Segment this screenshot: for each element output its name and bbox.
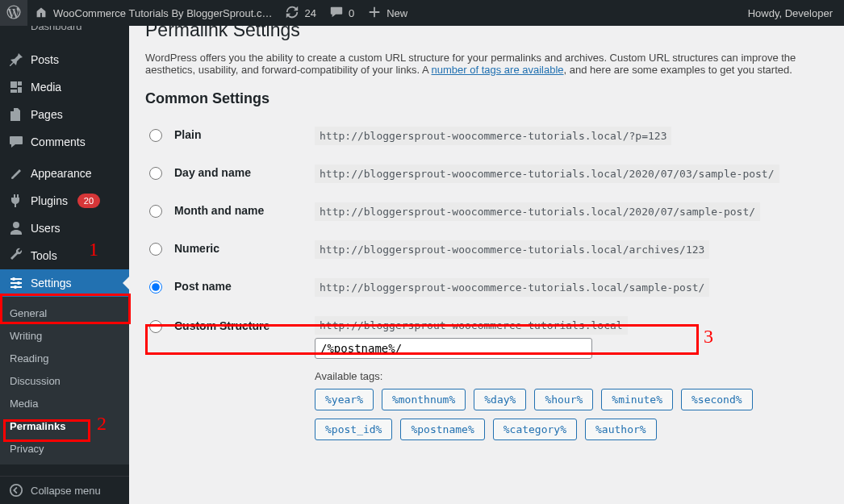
- media-icon: [8, 79, 24, 95]
- option-label: Day and name: [174, 166, 251, 179]
- site-home-link[interactable]: WooCommerce Tutorials By BloggerSprout.c…: [27, 0, 278, 26]
- updates-link[interactable]: 24: [278, 0, 322, 26]
- tag-day[interactable]: %day%: [474, 389, 526, 410]
- radio-post-name[interactable]: [149, 281, 162, 294]
- tag-hour[interactable]: %hour%: [534, 389, 593, 410]
- home-icon: [34, 5, 48, 22]
- comments-count: 0: [349, 7, 354, 19]
- tag-category[interactable]: %category%: [493, 419, 577, 440]
- page-title: Permalink Settings: [145, 26, 828, 41]
- radio-numeric[interactable]: [149, 243, 162, 256]
- plugin-icon: [8, 193, 24, 209]
- sidebar-item-label: Posts: [31, 53, 59, 66]
- option-custom-structure: Custom Structure http://bloggersprout-wo…: [145, 306, 828, 450]
- tag-year[interactable]: %year%: [315, 389, 374, 410]
- tag-monthnum[interactable]: %monthnum%: [382, 389, 466, 410]
- plugins-update-badge: 20: [77, 194, 100, 208]
- site-title: WooCommerce Tutorials By BloggerSprout.c…: [53, 7, 272, 19]
- update-icon: [285, 5, 299, 22]
- comment-icon: [8, 134, 24, 150]
- subitem-media[interactable]: Media: [0, 392, 129, 414]
- svg-point-2: [14, 285, 17, 289]
- tag-postname[interactable]: %postname%: [400, 419, 484, 440]
- svg-point-1: [17, 281, 20, 285]
- subitem-general[interactable]: General: [0, 302, 129, 324]
- sidebar-item-posts[interactable]: Posts: [0, 46, 129, 73]
- sample-url: http://bloggersprout-woocommerce-tutoria…: [315, 240, 709, 259]
- option-plain: Plain http://bloggersprout-woocommerce-t…: [145, 117, 828, 155]
- wrench-icon: [8, 248, 24, 264]
- comment-icon: [329, 5, 344, 22]
- sidebar-item-tools[interactable]: Tools: [0, 242, 129, 269]
- page-icon: [8, 106, 24, 123]
- sidebar-item-media[interactable]: Media: [0, 73, 129, 101]
- sidebar-item-label: Comments: [31, 135, 86, 148]
- brush-icon: [8, 165, 24, 181]
- collapse-label: Collapse menu: [31, 485, 101, 497]
- radio-plain[interactable]: [149, 129, 162, 142]
- svg-point-0: [12, 277, 15, 281]
- sample-url: http://bloggersprout-woocommerce-tutoria…: [315, 127, 671, 145]
- account-link[interactable]: Howdy, Developer: [742, 0, 844, 26]
- settings-submenu: General Writing Reading Discussion Media…: [0, 297, 129, 464]
- subitem-reading[interactable]: Reading: [0, 347, 129, 369]
- tag-second[interactable]: %second%: [681, 389, 753, 410]
- available-tags-label: Available tags:: [315, 370, 828, 382]
- sidebar-item-label: Media: [31, 81, 61, 94]
- subitem-writing[interactable]: Writing: [0, 324, 129, 347]
- sidebar-item-pages[interactable]: Pages: [0, 101, 129, 128]
- radio-custom-structure[interactable]: [149, 320, 162, 333]
- user-icon: [8, 220, 24, 236]
- sliders-icon: [8, 275, 24, 291]
- sidebar-item-plugins[interactable]: Plugins 20: [0, 187, 129, 215]
- subitem-discussion[interactable]: Discussion: [0, 369, 129, 392]
- option-post-name: Post name http://bloggersprout-woocommer…: [145, 269, 828, 306]
- tag-post-id[interactable]: %post_id%: [315, 419, 392, 440]
- pin-icon: [8, 52, 24, 68]
- tag-minute[interactable]: %minute%: [601, 389, 673, 410]
- available-tags: %year% %monthnum% %day% %hour% %minute% …: [315, 389, 828, 440]
- wp-logo-menu[interactable]: [0, 0, 27, 26]
- howdy-text: Howdy, Developer: [748, 7, 833, 19]
- sample-url: http://bloggersprout-woocommerce-tutoria…: [315, 278, 709, 297]
- tag-author[interactable]: %author%: [585, 419, 657, 440]
- updates-count: 24: [304, 7, 315, 19]
- sidebar-item-label: Pages: [31, 108, 63, 121]
- main-content: Permalink Settings WordPress offers you …: [129, 26, 844, 504]
- plus-icon: [367, 5, 382, 22]
- admin-sidebar: Dashboard Posts Media Pages Comments App…: [0, 26, 129, 504]
- option-month-and-name: Month and name http://bloggersprout-wooc…: [145, 193, 828, 231]
- collapse-icon: [8, 482, 24, 498]
- comments-link[interactable]: 0: [323, 0, 361, 26]
- svg-point-3: [10, 485, 22, 496]
- option-day-and-name: Day and name http://bloggersprout-woocom…: [145, 155, 828, 193]
- admin-bar: WooCommerce Tutorials By BloggerSprout.c…: [0, 0, 844, 26]
- sidebar-item-settings[interactable]: Settings: [0, 269, 129, 297]
- wordpress-icon: [6, 5, 21, 22]
- sidebar-item-appearance[interactable]: Appearance: [0, 160, 129, 187]
- option-label: Numeric: [174, 242, 219, 255]
- sidebar-item-label: Appearance: [31, 167, 92, 180]
- collapse-menu-button[interactable]: Collapse menu: [0, 476, 129, 504]
- sidebar-item-label: Tools: [31, 249, 57, 262]
- new-content-link[interactable]: New: [361, 0, 414, 26]
- radio-day-and-name[interactable]: [149, 167, 162, 180]
- sidebar-item-dashboard[interactable]: Dashboard: [0, 26, 129, 42]
- option-numeric: Numeric http://bloggersprout-woocommerce…: [145, 231, 828, 269]
- sidebar-item-label: Users: [31, 222, 61, 235]
- radio-month-and-name[interactable]: [149, 205, 162, 218]
- sidebar-item-comments[interactable]: Comments: [0, 128, 129, 156]
- subitem-privacy[interactable]: Privacy: [0, 437, 129, 460]
- sidebar-item-users[interactable]: Users: [0, 215, 129, 242]
- option-label: Plain: [174, 128, 201, 141]
- subitem-permalinks[interactable]: Permalinks: [0, 414, 129, 437]
- intro-paragraph: WordPress offers you the ability to crea…: [145, 52, 828, 76]
- available-tags-link[interactable]: number of tags are available: [432, 64, 564, 76]
- custom-structure-input[interactable]: [315, 338, 592, 359]
- option-label: Custom Structure: [174, 319, 269, 332]
- option-label: Month and name: [174, 204, 264, 217]
- sidebar-item-label: Plugins: [31, 194, 68, 207]
- common-settings-heading: Common Settings: [145, 90, 828, 107]
- option-label: Post name: [174, 280, 232, 293]
- new-label: New: [386, 7, 407, 19]
